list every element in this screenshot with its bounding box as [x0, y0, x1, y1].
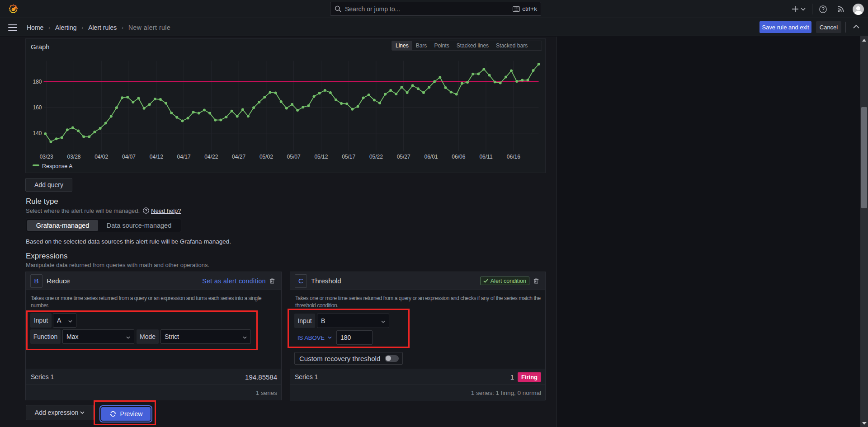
svg-text:04/27: 04/27	[232, 154, 245, 160]
svg-text:06/06: 06/06	[452, 154, 465, 160]
svg-text:04/07: 04/07	[122, 154, 136, 160]
svg-text:05/27: 05/27	[397, 154, 410, 160]
svg-text:05/07: 05/07	[287, 154, 301, 160]
svg-text:03/23: 03/23	[40, 154, 53, 160]
svg-text:180: 180	[33, 79, 42, 85]
svg-text:03/28: 03/28	[67, 154, 80, 160]
svg-text:160: 160	[33, 104, 42, 111]
svg-text:06/01: 06/01	[424, 154, 438, 160]
svg-text:05/02: 05/02	[259, 154, 273, 160]
svg-text:140: 140	[33, 130, 42, 136]
svg-text:04/02: 04/02	[94, 154, 108, 160]
svg-text:04/12: 04/12	[150, 154, 163, 160]
svg-text:05/22: 05/22	[369, 154, 383, 160]
svg-text:06/16: 06/16	[507, 154, 520, 160]
svg-text:Response A: Response A	[42, 163, 73, 169]
svg-text:06/11: 06/11	[479, 154, 492, 160]
svg-text:05/12: 05/12	[314, 154, 328, 160]
svg-text:05/17: 05/17	[342, 154, 355, 160]
svg-text:04/22: 04/22	[204, 154, 218, 160]
svg-text:04/17: 04/17	[177, 154, 191, 160]
